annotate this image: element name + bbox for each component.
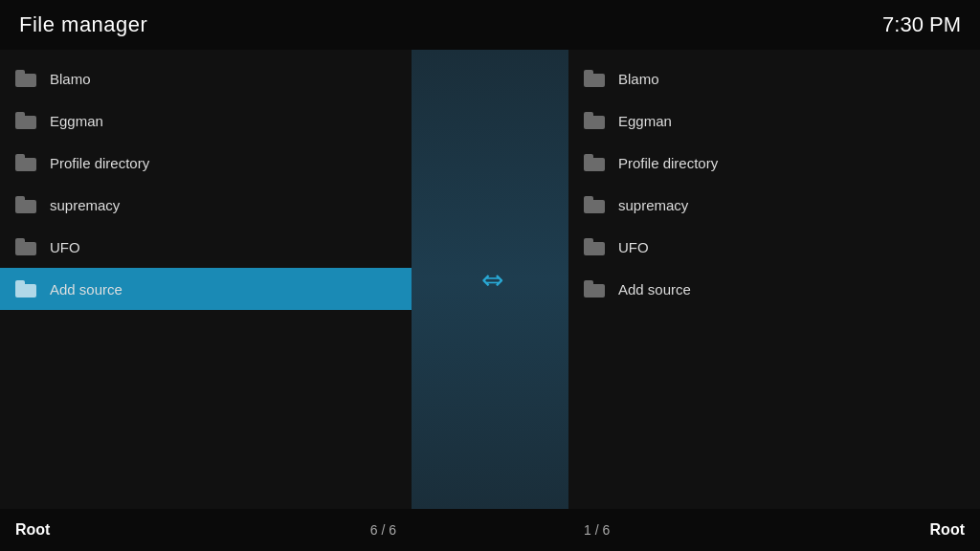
left-list-item[interactable]: Eggman bbox=[0, 99, 412, 142]
folder-icon bbox=[584, 112, 605, 129]
app-title: File manager bbox=[19, 12, 147, 37]
bottom-left: Root 6 / 6 bbox=[0, 521, 412, 539]
right-list-item[interactable]: Blamo bbox=[568, 57, 980, 99]
item-label: Add source bbox=[618, 281, 691, 298]
item-label: UFO bbox=[50, 239, 80, 255]
folder-icon bbox=[584, 154, 605, 171]
top-bar: File manager 7:30 PM bbox=[0, 0, 980, 50]
left-panel: BlamoEggmanProfile directorysupremacyUFO… bbox=[0, 50, 412, 509]
folder-icon bbox=[15, 70, 36, 87]
item-label: Blamo bbox=[618, 71, 659, 87]
bottom-right: 1 / 6 Root bbox=[568, 521, 980, 539]
item-label: Profile directory bbox=[50, 155, 149, 171]
transfer-arrows-icon: ⇔ bbox=[481, 264, 500, 296]
folder-icon bbox=[15, 238, 36, 255]
right-list-item[interactable]: Add source bbox=[568, 268, 980, 310]
folder-icon bbox=[15, 280, 36, 298]
left-list-item[interactable]: Profile directory bbox=[0, 142, 412, 184]
right-root-label: Root bbox=[930, 521, 965, 539]
right-file-list: BlamoEggmanProfile directorysupremacyUFO… bbox=[568, 50, 980, 318]
folder-icon bbox=[584, 196, 605, 213]
item-label: Add source bbox=[50, 281, 122, 298]
left-file-list: BlamoEggmanProfile directorysupremacyUFO… bbox=[0, 50, 412, 318]
folder-icon bbox=[15, 196, 36, 213]
left-list-item[interactable]: Add source bbox=[0, 268, 412, 310]
folder-icon bbox=[584, 70, 605, 87]
right-list-item[interactable]: Profile directory bbox=[568, 142, 980, 184]
left-list-item[interactable]: Blamo bbox=[0, 57, 412, 99]
item-label: Blamo bbox=[50, 71, 91, 87]
left-root-label: Root bbox=[15, 521, 50, 539]
item-label: Eggman bbox=[50, 113, 103, 129]
right-list-item[interactable]: UFO bbox=[568, 226, 980, 268]
right-list-item[interactable]: supremacy bbox=[568, 184, 980, 226]
item-label: UFO bbox=[618, 239, 649, 255]
main-content: BlamoEggmanProfile directorysupremacyUFO… bbox=[0, 50, 980, 509]
item-label: Profile directory bbox=[618, 155, 718, 171]
left-count: 6 / 6 bbox=[370, 522, 396, 538]
clock: 7:30 PM bbox=[882, 12, 961, 37]
folder-icon bbox=[15, 112, 36, 129]
item-label: Eggman bbox=[618, 113, 672, 129]
folder-icon bbox=[584, 238, 605, 255]
right-panel: BlamoEggmanProfile directorysupremacyUFO… bbox=[568, 50, 980, 509]
right-list-item[interactable]: Eggman bbox=[568, 99, 980, 142]
folder-icon bbox=[584, 280, 605, 298]
left-list-item[interactable]: supremacy bbox=[0, 184, 412, 226]
folder-icon bbox=[15, 154, 36, 171]
item-label: supremacy bbox=[50, 197, 120, 213]
center-divider: ⇔ bbox=[412, 50, 568, 509]
right-count: 1 / 6 bbox=[584, 522, 610, 538]
bottom-bar: Root 6 / 6 1 / 6 Root bbox=[0, 509, 980, 551]
item-label: supremacy bbox=[618, 197, 688, 213]
left-list-item[interactable]: UFO bbox=[0, 226, 412, 268]
